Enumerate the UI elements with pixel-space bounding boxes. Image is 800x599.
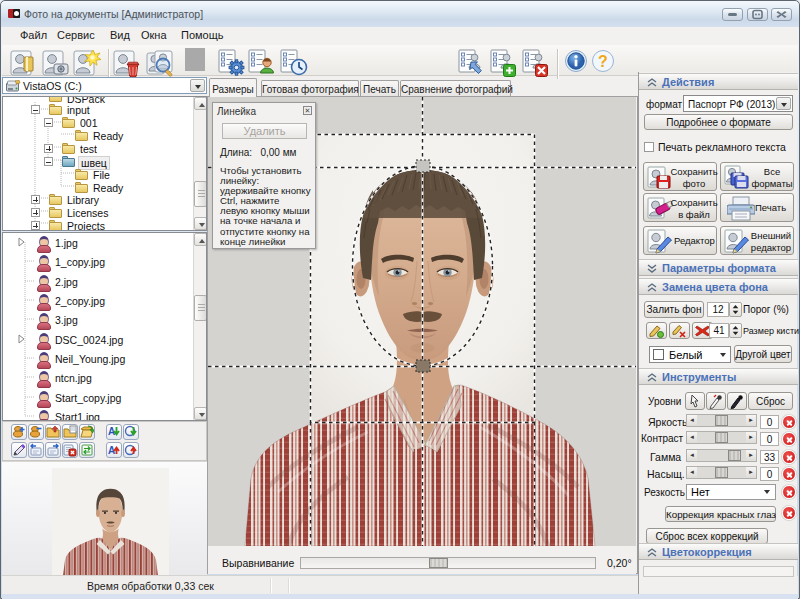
svg-text:?: ? xyxy=(598,53,608,70)
